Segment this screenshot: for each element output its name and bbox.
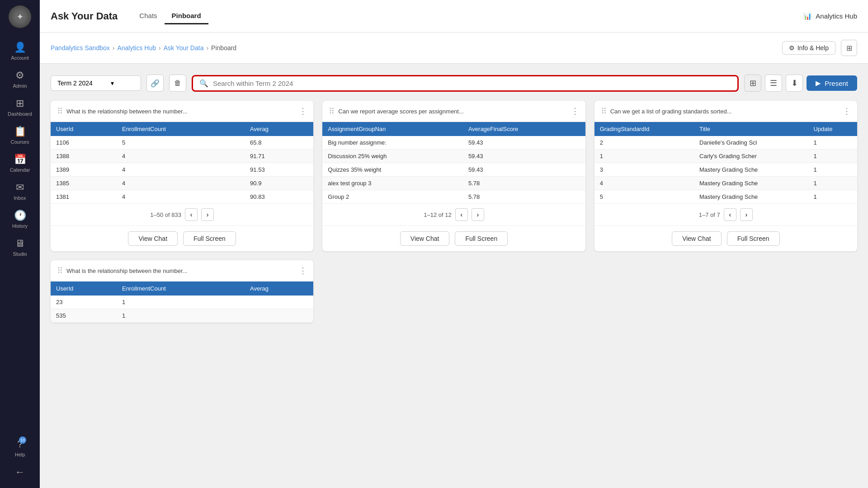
card-3-pagination: 1–7 of 7 ‹ › <box>594 204 857 225</box>
table-cell: 59.43 <box>463 136 585 150</box>
table-cell: 1106 <box>51 136 117 150</box>
view-chat-button[interactable]: View Chat <box>400 231 450 246</box>
grid-view-icon: ⊞ <box>750 78 756 88</box>
card-3-title: Can we get a list of grading standards s… <box>610 108 732 115</box>
table-row: 5Mastery Grading Sche1 <box>594 190 857 204</box>
sidebar-item-admin[interactable]: ⚙ Admin <box>0 65 40 93</box>
grid-view-button[interactable]: ⊞ <box>744 75 761 92</box>
col-header: EnrollmentCount <box>117 282 245 296</box>
prev-page-button[interactable]: ‹ <box>455 208 468 221</box>
next-page-button[interactable]: › <box>740 208 753 221</box>
info-help-button[interactable]: ⚙ Info & Help <box>782 41 835 55</box>
breadcrumb-ayd[interactable]: Ask Your Data <box>164 44 204 52</box>
download-icon: ⬇ <box>791 78 798 88</box>
table-cell: 3 <box>594 163 694 177</box>
table-row: 1388491.71 <box>51 150 313 163</box>
download-button[interactable]: ⬇ <box>786 75 803 92</box>
sidebar-item-help[interactable]: ? 10 Help <box>0 434 40 462</box>
col-header: UserId <box>51 122 117 136</box>
breadcrumb-sep-2: › <box>159 44 161 52</box>
sidebar-item-courses[interactable]: 📋 Courses <box>0 121 40 149</box>
next-page-button[interactable]: › <box>201 208 214 221</box>
drag-handle-icon[interactable]: ⠿ <box>57 106 63 116</box>
top-navigation: Ask Your Data Chats Pinboard 📊 Analytics… <box>40 0 868 33</box>
table-cell: Mastery Grading Sche <box>694 163 808 177</box>
sidebar-item-label: Studio <box>13 251 27 257</box>
next-page-button[interactable]: › <box>472 208 484 221</box>
table-cell <box>245 309 313 323</box>
card-2-pagination: 1–12 of 12 ‹ › <box>322 204 585 225</box>
pagination-text: 1–7 of 7 <box>699 211 720 218</box>
table-cell: 1 <box>594 150 694 163</box>
search-box[interactable]: 🔍 <box>192 75 739 92</box>
drag-handle-icon[interactable]: ⠿ <box>601 106 607 116</box>
sidebar-item-label: Account <box>11 55 29 61</box>
card-1-menu-icon[interactable]: ⋮ <box>299 106 307 116</box>
breadcrumb: Pandalytics Sandbox › Analytics Hub › As… <box>51 44 236 52</box>
list-view-button[interactable]: ☰ <box>765 75 782 92</box>
sidebar-item-dashboard[interactable]: ⊞ Dashboard <box>0 93 40 121</box>
calendar-icon: 📅 <box>14 154 26 165</box>
sidebar-item-label: Inbox <box>14 195 26 201</box>
card-3-menu-icon[interactable]: ⋮ <box>843 106 851 116</box>
sidebar-back-button[interactable]: ← <box>15 462 25 483</box>
card-2-menu-icon[interactable]: ⋮ <box>571 106 579 116</box>
sidebar-item-account[interactable]: 👤 Account <box>0 37 40 65</box>
grid-icon-button[interactable]: ⊞ <box>841 40 857 56</box>
analytics-hub-button[interactable]: 📊 Analytics Hub <box>803 12 857 20</box>
search-input[interactable] <box>213 80 731 87</box>
card-4-title-area: ⠿ What is the relationship between the n… <box>57 266 187 276</box>
history-icon: 🕐 <box>14 210 26 221</box>
table-row: 1Carly's Grading Scher1 <box>594 150 857 163</box>
view-chat-button[interactable]: View Chat <box>128 231 178 246</box>
col-header: AssignmentGroupNan <box>322 122 463 136</box>
table-cell: 4 <box>117 190 245 204</box>
table-cell: 5 <box>594 190 694 204</box>
table-cell: 23 <box>51 296 117 309</box>
breadcrumb-sandbox[interactable]: Pandalytics Sandbox <box>51 44 110 52</box>
sidebar-item-calendar[interactable]: 📅 Calendar <box>0 149 40 177</box>
sidebar-item-label: Courses <box>11 139 29 145</box>
sidebar-item-history[interactable]: 🕐 History <box>0 205 40 233</box>
search-icon: 🔍 <box>199 79 208 88</box>
prev-page-button[interactable]: ‹ <box>724 208 736 221</box>
card-1-footer: View Chat Full Screen <box>51 225 313 251</box>
breadcrumb-bar: Pandalytics Sandbox › Analytics Hub › As… <box>40 33 868 64</box>
table-cell: Quizzes 35% weight <box>322 163 463 177</box>
tab-pinboard[interactable]: Pinboard <box>165 8 208 24</box>
table-row: Big number assignme:59.43 <box>322 136 585 150</box>
card-1-table: UserId EnrollmentCount Averag 1106565.81… <box>51 122 313 204</box>
card-3-footer: View Chat Full Screen <box>594 225 857 251</box>
table-row: Group 25.78 <box>322 190 585 204</box>
sidebar-item-inbox[interactable]: ✉ Inbox <box>0 177 40 205</box>
sidebar-item-label: Dashboard <box>8 111 32 117</box>
sidebar-item-studio[interactable]: 🖥 Studio <box>0 233 40 261</box>
sidebar-logo[interactable]: ✦ <box>9 5 31 28</box>
full-screen-button[interactable]: Full Screen <box>455 231 508 246</box>
drag-handle-icon[interactable]: ⠿ <box>57 266 63 276</box>
table-row: 5351 <box>51 309 313 323</box>
prev-page-button[interactable]: ‹ <box>185 208 198 221</box>
present-button[interactable]: ▶ Present <box>807 75 857 91</box>
card-2-header: ⠿ Can we report average scores per assig… <box>322 101 585 122</box>
table-cell: Big number assignme: <box>322 136 463 150</box>
drag-handle-icon[interactable]: ⠿ <box>329 106 335 116</box>
sidebar-item-label: Calendar <box>10 167 30 173</box>
term-select[interactable]: Term 2 2024 ▾ <box>51 75 141 91</box>
table-row: 3Mastery Grading Sche1 <box>594 163 857 177</box>
breadcrumb-hub[interactable]: Analytics Hub <box>117 44 156 52</box>
table-cell: 90.9 <box>245 177 313 190</box>
info-help-gear-icon: ⚙ <box>789 44 795 52</box>
table-row: 1106565.8 <box>51 136 313 150</box>
tab-chats[interactable]: Chats <box>132 8 164 24</box>
card-3: ⠿ Can we get a list of grading standards… <box>594 101 857 251</box>
card-4-menu-icon[interactable]: ⋮ <box>299 266 307 276</box>
full-screen-button[interactable]: Full Screen <box>183 231 236 246</box>
view-chat-button[interactable]: View Chat <box>672 231 722 246</box>
table-row: Discussion 25% weigh59.43 <box>322 150 585 163</box>
full-screen-button[interactable]: Full Screen <box>727 231 780 246</box>
delete-button[interactable]: 🗑 <box>169 75 186 92</box>
link-button[interactable]: 🔗 <box>146 75 164 92</box>
analytics-hub-icon: 📊 <box>803 12 812 20</box>
table-cell: 2 <box>594 136 694 150</box>
